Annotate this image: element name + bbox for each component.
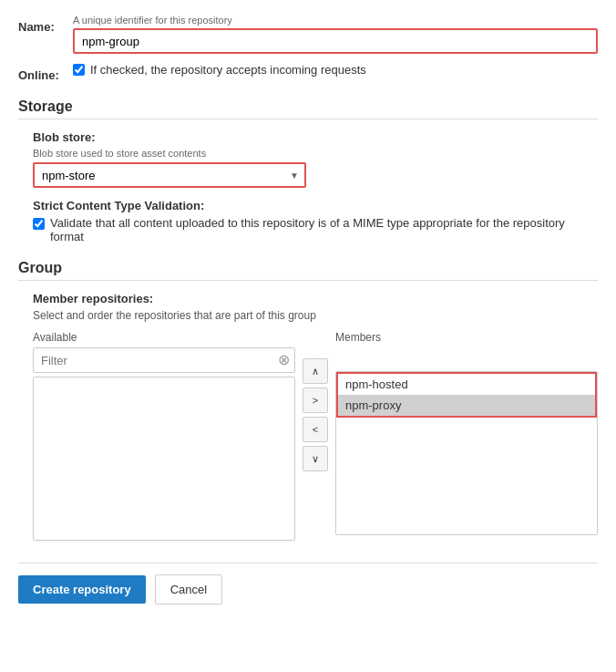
online-label: Online: xyxy=(18,63,73,82)
member-npm-proxy[interactable]: npm-proxy xyxy=(336,395,597,418)
available-list-box[interactable] xyxy=(33,377,295,541)
page-container: Name: A unique identifier for this repos… xyxy=(0,0,616,619)
move-bottom-button[interactable]: ∨ xyxy=(303,446,328,471)
name-label: Name: xyxy=(18,15,73,34)
member-repos-hint: Select and order the repositories that a… xyxy=(33,309,598,322)
online-field-row: Online: If checked, the repository accep… xyxy=(18,63,598,82)
group-section-title: Group xyxy=(18,260,598,281)
online-checkbox[interactable] xyxy=(73,64,85,76)
members-label: Members xyxy=(335,331,598,344)
move-top-icon: ∧ xyxy=(312,366,319,377)
members-panel: Members npm-hosted npm-proxy xyxy=(335,331,598,535)
strict-validation-hint: Validate that all content uploaded to th… xyxy=(50,216,598,243)
cancel-button[interactable]: Cancel xyxy=(155,574,222,605)
filter-clear-icon[interactable]: ⊗ xyxy=(278,353,290,367)
storage-section-title: Storage xyxy=(18,98,598,119)
blob-store-hint: Blob store used to store asset contents xyxy=(33,148,598,159)
available-label: Available xyxy=(33,331,295,344)
move-top-button[interactable]: ∧ xyxy=(303,358,328,384)
move-right-icon: > xyxy=(313,395,318,406)
move-left-icon: < xyxy=(313,424,318,435)
online-field-content: If checked, the repository accepts incom… xyxy=(73,63,598,77)
name-field-row: Name: A unique identifier for this repos… xyxy=(18,15,598,54)
member-npm-hosted[interactable]: npm-hosted xyxy=(336,372,597,395)
available-panel: Available ⊗ xyxy=(33,331,295,541)
move-left-button[interactable]: < xyxy=(303,417,328,442)
footer-buttons: Create repository Cancel xyxy=(18,563,598,605)
blob-store-select-wrapper: npm-store default ▼ xyxy=(33,162,306,188)
name-field-content: A unique identifier for this repository xyxy=(73,15,598,54)
name-input[interactable] xyxy=(73,28,598,54)
member-repos-label: Member repositories: xyxy=(33,292,598,305)
move-right-button[interactable]: > xyxy=(303,388,328,413)
strict-validation-row: Validate that all content uploaded to th… xyxy=(33,216,598,243)
move-bottom-icon: ∨ xyxy=(312,453,319,465)
filter-wrapper: ⊗ xyxy=(33,347,295,373)
blob-store-label: Blob store: xyxy=(33,130,598,144)
group-sub-section: Member repositories: Select and order th… xyxy=(18,292,598,541)
filter-input[interactable] xyxy=(33,347,295,373)
strict-validation-section: Strict Content Type Validation: Validate… xyxy=(33,199,598,243)
storage-sub-section: Blob store: Blob store used to store ass… xyxy=(18,130,598,243)
name-hint: A unique identifier for this repository xyxy=(73,15,598,26)
online-checkbox-row: If checked, the repository accepts incom… xyxy=(73,63,598,77)
online-hint: If checked, the repository accepts incom… xyxy=(90,63,366,77)
create-repository-button[interactable]: Create repository xyxy=(18,575,146,604)
members-list-box[interactable]: npm-hosted npm-proxy xyxy=(335,371,598,535)
strict-validation-label: Strict Content Type Validation: xyxy=(33,199,598,212)
controls-panel: ∧ > < ∨ xyxy=(295,331,335,471)
dual-list-container: Available ⊗ ∧ > < xyxy=(33,331,598,541)
strict-validation-checkbox[interactable] xyxy=(33,218,45,230)
blob-store-select[interactable]: npm-store default xyxy=(33,162,306,188)
